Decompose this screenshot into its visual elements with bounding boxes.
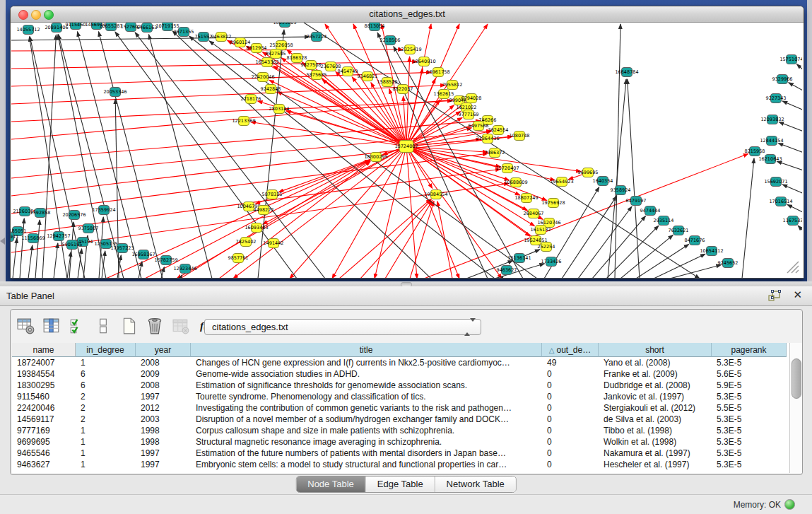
panel-splitter[interactable] — [0, 281, 812, 286]
graph-node-label: 9777169 — [459, 112, 479, 117]
graph-node-label: 4498222 — [254, 207, 274, 213]
column-header-title[interactable]: title — [191, 343, 542, 357]
column-header-year[interactable]: year — [136, 343, 191, 357]
graph-node-label: 8454749 — [338, 69, 358, 74]
graph-edge — [161, 267, 164, 278]
float-window-icon[interactable] — [768, 290, 781, 301]
graph-node-label: 7955812 — [442, 82, 463, 88]
column-header-in_degree[interactable]: in_degree — [76, 343, 136, 357]
graph-node-label: 8215958 — [745, 148, 765, 154]
table-cell: Jankovic et al. (1997) — [599, 391, 712, 402]
unselect-columns-icon[interactable] — [94, 317, 112, 335]
graph-node-label: 1167533 — [783, 218, 802, 223]
graph-node-label: 1362615 — [434, 91, 454, 97]
graph-node-label: 2803144 — [269, 106, 290, 112]
table-type-tabs: Node Table Edge Table Network Table — [295, 476, 517, 493]
graph-node-label: 9242848 — [261, 86, 281, 92]
graph-edge — [339, 199, 430, 278]
graph-node-label: 9115460 — [66, 23, 86, 28]
graph-node-label: 8822037 — [393, 86, 413, 92]
graph-node-label: 9146821 — [358, 74, 378, 79]
table-row[interactable]: 977716911998Corpus callosum shape and si… — [12, 425, 799, 436]
table-selector-dropdown[interactable]: citations_edges.txt — [204, 319, 481, 335]
graph-node-label: 16958167 — [131, 252, 155, 257]
graph-node-label: 12942757 — [47, 233, 70, 239]
table-cell: 1 — [76, 425, 136, 436]
table-row[interactable]: 1830029562008Estimation of significance … — [12, 380, 799, 391]
table-cell: 5.3E-5 — [712, 459, 787, 470]
graph-node-label: 9463822 — [211, 34, 232, 40]
graph-node-label: 8912934 — [247, 45, 267, 51]
table-cell: 22420046 — [12, 402, 76, 414]
graph-node-label: 18807249 — [514, 195, 538, 201]
tab-edge-table[interactable]: Edge Table — [366, 477, 435, 492]
table-scrollbar[interactable] — [789, 343, 802, 473]
delete-columns-icon[interactable] — [146, 317, 164, 335]
window-titlebar[interactable]: citations_edges.txt — [11, 6, 804, 23]
table-row[interactable]: 2242004622012Investigating the contribut… — [12, 402, 799, 414]
table-row[interactable]: 1456911722003Disruption of a novel membe… — [12, 414, 799, 425]
new-table-icon[interactable] — [120, 317, 139, 335]
graph-edge — [628, 79, 640, 278]
close-panel-icon[interactable]: ✕ — [793, 288, 802, 301]
graph-node-label: 3915911 — [11, 234, 18, 240]
column-header-out_de[interactable]: △out_de… — [542, 343, 599, 357]
graph-node-label: 6479197 — [626, 198, 647, 204]
table-cell: Estimation of the future numbers of pati… — [191, 448, 542, 459]
table-cell: 18300295 — [12, 380, 76, 391]
table-cell: Embryonic stem cells: a model to study s… — [191, 459, 542, 470]
graph-node-label: 1592858 — [30, 210, 51, 216]
graph-node-label: 1640354 — [593, 178, 613, 184]
graph-edge — [606, 226, 659, 278]
column-header-pagerank[interactable]: pagerank — [712, 343, 787, 357]
table-cell: 9115460 — [12, 391, 76, 402]
memory-status-label: Memory: OK — [734, 500, 781, 510]
column-header-short[interactable]: short — [599, 343, 712, 357]
table-options-icon[interactable] — [17, 317, 35, 335]
table-cell: 14569117 — [12, 414, 76, 425]
table-cell: 2 — [76, 391, 136, 402]
graph-node-label: 252254 — [538, 244, 555, 250]
table-panel-title: Table Panel — [6, 291, 54, 301]
table-row[interactable]: 946554611997Estimation of the future num… — [12, 448, 799, 459]
graph-node-label: 16120746 — [537, 220, 560, 226]
graph-node-label: 8960124 — [230, 40, 251, 45]
graph-node-label: 9227343 — [766, 95, 787, 101]
graph-node-label: 14055712 — [16, 27, 40, 33]
table-cell: Tourette syndrome. Phenomenology and cla… — [191, 391, 542, 402]
graph-edge — [149, 35, 212, 278]
graph-node-label: 16648784 — [615, 69, 638, 75]
graph-node-label: 8813054 — [365, 23, 385, 29]
graph-node-label: 9699695 — [578, 170, 599, 175]
tab-network-table[interactable]: Network Table — [435, 477, 516, 492]
table-cell: 0 — [542, 414, 599, 425]
table-selector-value: citations_edges.txt — [212, 322, 288, 332]
graph-node-label: 16053809 — [273, 23, 296, 25]
table-cell: 1 — [76, 436, 136, 448]
show-columns-icon[interactable] — [42, 317, 61, 335]
table-cell: 0 — [542, 436, 599, 448]
scrollbar-thumb[interactable] — [792, 358, 801, 399]
table-cell: Changes of HCN gene expression and I(f) … — [191, 357, 542, 368]
graph-node-label: 1621022 — [457, 105, 477, 110]
table-row[interactable]: 946362711997Embryonic stem cells: a mode… — [12, 459, 799, 470]
table-cell: 1997 — [136, 448, 191, 459]
table-cell: Structural magnetic resonance image aver… — [191, 436, 542, 448]
table-row[interactable]: 1872400712008Changes of HCN gene express… — [12, 357, 799, 368]
table-cell: 5.9E-5 — [712, 380, 787, 391]
table-cell: Corpus callosum shape and size in male p… — [191, 425, 542, 436]
collapse-panel-arrow-icon[interactable] — [0, 238, 5, 245]
graph-edge — [102, 251, 105, 278]
graph-node-label: 22420046 — [251, 74, 274, 80]
column-header-name[interactable]: name — [12, 343, 76, 357]
table-row[interactable]: 1938455462009Genome-wide association stu… — [12, 368, 799, 380]
table-cell: 1997 — [136, 391, 191, 402]
table-cell: 49 — [542, 357, 599, 368]
select-all-columns-icon[interactable] — [69, 317, 87, 335]
tab-node-table[interactable]: Node Table — [296, 477, 366, 492]
table-row[interactable]: 969969511998Structural magnetic resonanc… — [12, 436, 799, 448]
network-canvas[interactable]: 1872400794638228960124891293425226058982… — [11, 23, 804, 278]
table-row[interactable]: 911546021997Tourette syndrome. Phenomeno… — [12, 391, 799, 402]
graph-node-label: 20206576 — [62, 212, 86, 218]
delete-table-icon[interactable] — [172, 317, 190, 335]
